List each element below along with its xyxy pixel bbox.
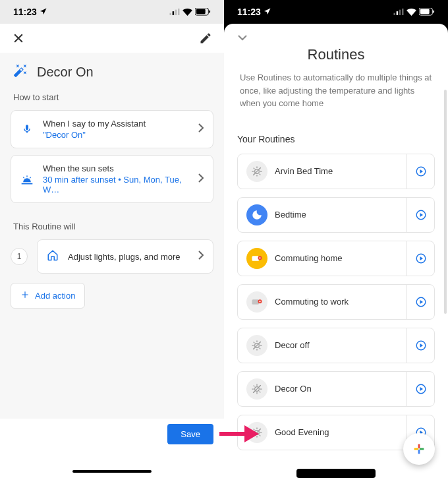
add-routine-fab[interactable]: [403, 433, 435, 465]
routine-icon: [246, 291, 267, 313]
routine-item[interactable]: Decor On: [237, 371, 435, 407]
routine-title: Decor On: [37, 65, 94, 80]
svg-rect-1: [173, 11, 175, 15]
plus-multicolor-icon: [412, 442, 426, 456]
play-button[interactable]: [406, 241, 434, 276]
routine-item[interactable]: Commuting to work: [237, 284, 435, 320]
svg-point-23: [259, 301, 260, 302]
add-action-button[interactable]: Add action: [11, 283, 85, 309]
signal-icon: [169, 9, 180, 15]
close-icon[interactable]: [11, 30, 26, 46]
scroll-indicator: [444, 90, 447, 314]
home-icon: [47, 249, 59, 264]
routine-icon: [246, 422, 267, 443]
routine-icon: [246, 248, 267, 269]
routine-item[interactable]: Decor off: [237, 328, 435, 363]
trigger-sunset[interactable]: When the sun sets 30 min after sunset • …: [11, 155, 213, 203]
svg-rect-12: [420, 9, 430, 14]
action-text: Adjust lights, plugs, and more: [68, 252, 189, 262]
play-button[interactable]: [406, 285, 434, 319]
collapse-icon[interactable]: [237, 32, 437, 44]
trigger-sunset-sub: 30 min after sunset • Sun, Mon, Tue, W…: [43, 175, 189, 194]
routine-name: Commuting to work: [269, 297, 406, 307]
sunset-icon: [20, 174, 34, 185]
routine-item[interactable]: Commuting home: [237, 241, 435, 276]
routine-name: Arvin Bed Time: [269, 166, 406, 176]
trigger-voice-title: When I say to my Assistant: [43, 119, 189, 129]
routine-name: Good Evening: [269, 427, 406, 437]
svg-rect-9: [399, 10, 401, 15]
svg-rect-5: [196, 9, 206, 14]
step-number: 1: [11, 248, 28, 265]
status-time: 11:23: [237, 7, 261, 17]
routine-icon: [246, 335, 267, 356]
routine-name: Commuting home: [269, 253, 406, 263]
add-action-label: Add action: [35, 291, 75, 301]
routine-will-label: This Routine will: [0, 210, 224, 239]
wand-icon: [13, 63, 28, 80]
svg-point-19: [259, 257, 260, 258]
status-bar-left: 11:23: [0, 0, 224, 24]
trigger-voice[interactable]: When I say to my Assistant "Decor On": [11, 110, 213, 148]
routines-title: Routines: [235, 46, 437, 63]
routine-name: Bedtime: [269, 210, 406, 220]
home-indicator: [72, 470, 152, 473]
svg-rect-2: [175, 10, 177, 15]
routine-icon: [246, 161, 267, 182]
topbar: [0, 24, 224, 53]
home-indicator: [296, 469, 376, 478]
play-button[interactable]: [406, 372, 434, 406]
svg-rect-6: [209, 11, 210, 13]
location-icon: [40, 7, 47, 17]
status-icons: [169, 8, 211, 16]
trigger-voice-sub: "Decor On": [43, 130, 189, 140]
routine-name: Decor off: [269, 340, 406, 350]
svg-rect-13: [433, 11, 434, 13]
chevron-right-icon: [198, 173, 204, 185]
chevron-right-icon: [198, 251, 204, 262]
action-adjust-lights[interactable]: Adjust lights, plugs, and more: [37, 239, 213, 274]
mic-icon: [20, 123, 34, 136]
routine-icon: [246, 204, 267, 225]
chevron-right-icon: [198, 123, 204, 135]
svg-rect-7: [394, 13, 396, 15]
your-routines-label: Your Routines: [235, 134, 437, 144]
routine-name: Decor On: [269, 384, 406, 394]
battery-icon: [195, 8, 211, 16]
bottom-bar: Save: [0, 419, 224, 478]
svg-rect-21: [252, 299, 260, 305]
routines-description: Use Routines to automatically do multipl…: [235, 71, 437, 110]
edit-icon[interactable]: [198, 30, 213, 46]
status-icons: [393, 8, 435, 16]
svg-rect-0: [170, 13, 172, 15]
location-icon: [264, 7, 271, 17]
signal-icon: [393, 9, 404, 15]
svg-rect-17: [252, 256, 260, 261]
routine-item[interactable]: Bedtime: [237, 197, 435, 233]
play-button[interactable]: [406, 198, 434, 232]
routine-item[interactable]: Arvin Bed Time: [237, 154, 435, 189]
plus-icon: [20, 290, 30, 301]
svg-rect-8: [397, 11, 399, 15]
trigger-sunset-title: When the sun sets: [43, 164, 189, 173]
wifi-icon: [406, 9, 416, 16]
battery-icon: [419, 8, 435, 16]
status-time: 11:23: [13, 7, 37, 17]
routine-header: Decor On: [0, 53, 224, 86]
wifi-icon: [182, 9, 192, 16]
how-to-start-label: How to start: [0, 86, 224, 110]
status-bar-right: 11:23: [224, 0, 448, 24]
play-button[interactable]: [406, 328, 434, 363]
play-button[interactable]: [406, 154, 434, 189]
save-button[interactable]: Save: [167, 424, 213, 444]
svg-rect-3: [178, 9, 180, 15]
routine-icon: [246, 378, 267, 400]
svg-rect-10: [402, 9, 404, 15]
